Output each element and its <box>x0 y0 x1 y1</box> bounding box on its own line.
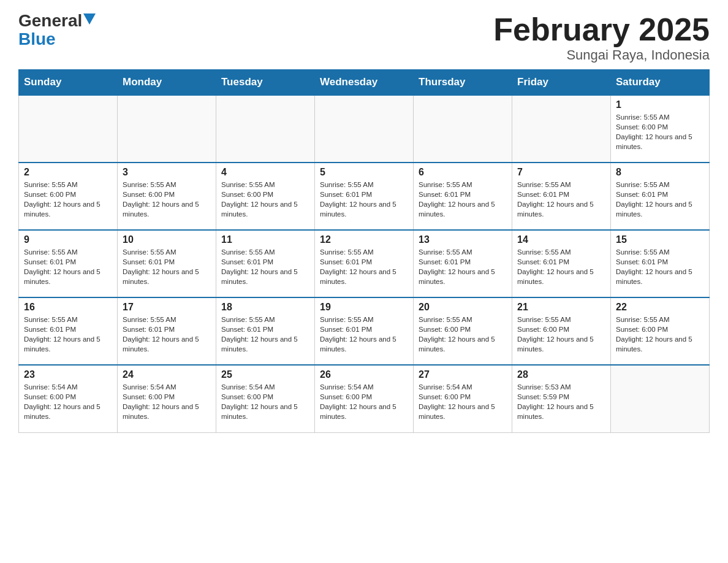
calendar-table: SundayMondayTuesdayWednesdayThursdayFrid… <box>18 69 710 433</box>
day-info: Sunrise: 5:55 AMSunset: 6:00 PMDaylight:… <box>616 315 704 354</box>
day-number: 3 <box>123 167 211 178</box>
day-number: 21 <box>517 302 605 313</box>
day-info: Sunrise: 5:53 AMSunset: 5:59 PMDaylight:… <box>517 382 605 421</box>
day-info: Sunrise: 5:55 AMSunset: 6:01 PMDaylight:… <box>517 247 605 286</box>
day-info: Sunrise: 5:55 AMSunset: 6:00 PMDaylight:… <box>419 315 507 354</box>
calendar-cell: 8Sunrise: 5:55 AMSunset: 6:01 PMDaylight… <box>611 163 710 230</box>
day-number: 22 <box>616 302 704 313</box>
calendar-week-4: 16Sunrise: 5:55 AMSunset: 6:01 PMDayligh… <box>19 297 710 365</box>
day-info: Sunrise: 5:54 AMSunset: 6:00 PMDaylight:… <box>320 382 408 421</box>
calendar-month-year: February 2025 <box>493 12 710 47</box>
page-header: General Blue February 2025 Sungai Raya, … <box>18 12 710 63</box>
day-info: Sunrise: 5:55 AMSunset: 6:01 PMDaylight:… <box>123 315 211 354</box>
day-info: Sunrise: 5:54 AMSunset: 6:00 PMDaylight:… <box>24 382 112 421</box>
day-info: Sunrise: 5:55 AMSunset: 6:00 PMDaylight:… <box>24 180 112 219</box>
calendar-week-3: 9Sunrise: 5:55 AMSunset: 6:01 PMDaylight… <box>19 230 710 297</box>
calendar-cell <box>414 95 512 163</box>
calendar-cell: 15Sunrise: 5:55 AMSunset: 6:01 PMDayligh… <box>611 230 710 297</box>
calendar-cell: 14Sunrise: 5:55 AMSunset: 6:01 PMDayligh… <box>512 230 611 297</box>
day-number: 10 <box>123 234 211 245</box>
header-monday: Monday <box>118 70 216 96</box>
calendar-cell: 28Sunrise: 5:53 AMSunset: 5:59 PMDayligh… <box>512 365 611 432</box>
header-wednesday: Wednesday <box>315 70 414 96</box>
day-number: 13 <box>419 234 507 245</box>
day-number: 24 <box>123 369 211 380</box>
header-thursday: Thursday <box>414 70 512 96</box>
calendar-cell: 19Sunrise: 5:55 AMSunset: 6:01 PMDayligh… <box>315 297 414 365</box>
day-number: 15 <box>616 234 704 245</box>
calendar-cell: 10Sunrise: 5:55 AMSunset: 6:01 PMDayligh… <box>118 230 216 297</box>
header-tuesday: Tuesday <box>216 70 315 96</box>
calendar-cell: 11Sunrise: 5:55 AMSunset: 6:01 PMDayligh… <box>216 230 315 297</box>
day-info: Sunrise: 5:54 AMSunset: 6:00 PMDaylight:… <box>221 382 309 421</box>
header-friday: Friday <box>512 70 611 96</box>
day-info: Sunrise: 5:55 AMSunset: 6:01 PMDaylight:… <box>419 180 507 219</box>
day-info: Sunrise: 5:55 AMSunset: 6:01 PMDaylight:… <box>419 247 507 286</box>
calendar-cell: 27Sunrise: 5:54 AMSunset: 6:00 PMDayligh… <box>414 365 512 432</box>
logo-blue: Blue <box>18 29 56 49</box>
calendar-location: Sungai Raya, Indonesia <box>493 47 710 63</box>
day-info: Sunrise: 5:54 AMSunset: 6:00 PMDaylight:… <box>419 382 507 421</box>
day-number: 19 <box>320 302 408 313</box>
day-number: 6 <box>419 167 507 178</box>
day-number: 18 <box>221 302 309 313</box>
calendar-cell: 25Sunrise: 5:54 AMSunset: 6:00 PMDayligh… <box>216 365 315 432</box>
day-number: 2 <box>24 167 112 178</box>
day-info: Sunrise: 5:55 AMSunset: 6:01 PMDaylight:… <box>221 315 309 354</box>
calendar-cell <box>315 95 414 163</box>
calendar-title-block: February 2025 Sungai Raya, Indonesia <box>493 12 710 63</box>
calendar-cell <box>216 95 315 163</box>
day-info: Sunrise: 5:55 AMSunset: 6:01 PMDaylight:… <box>24 315 112 354</box>
calendar-cell: 22Sunrise: 5:55 AMSunset: 6:00 PMDayligh… <box>611 297 710 365</box>
day-number: 5 <box>320 167 408 178</box>
calendar-cell: 1Sunrise: 5:55 AMSunset: 6:00 PMDaylight… <box>611 95 710 163</box>
svg-marker-0 <box>83 13 96 25</box>
header-sunday: Sunday <box>19 70 118 96</box>
day-number: 4 <box>221 167 309 178</box>
day-info: Sunrise: 5:55 AMSunset: 6:01 PMDaylight:… <box>221 247 309 286</box>
day-info: Sunrise: 5:55 AMSunset: 6:00 PMDaylight:… <box>517 315 605 354</box>
day-info: Sunrise: 5:55 AMSunset: 6:01 PMDaylight:… <box>320 180 408 219</box>
calendar-cell: 6Sunrise: 5:55 AMSunset: 6:01 PMDaylight… <box>414 163 512 230</box>
day-info: Sunrise: 5:55 AMSunset: 6:00 PMDaylight:… <box>221 180 309 219</box>
calendar-cell: 4Sunrise: 5:55 AMSunset: 6:00 PMDaylight… <box>216 163 315 230</box>
day-number: 20 <box>419 302 507 313</box>
day-number: 1 <box>616 99 704 110</box>
day-number: 16 <box>24 302 112 313</box>
calendar-cell: 16Sunrise: 5:55 AMSunset: 6:01 PMDayligh… <box>19 297 118 365</box>
day-number: 28 <box>517 369 605 380</box>
calendar-cell: 3Sunrise: 5:55 AMSunset: 6:00 PMDaylight… <box>118 163 216 230</box>
calendar-cell: 20Sunrise: 5:55 AMSunset: 6:00 PMDayligh… <box>414 297 512 365</box>
day-number: 25 <box>221 369 309 380</box>
day-info: Sunrise: 5:55 AMSunset: 6:00 PMDaylight:… <box>123 180 211 219</box>
calendar-header-row: SundayMondayTuesdayWednesdayThursdayFrid… <box>19 70 710 96</box>
day-number: 23 <box>24 369 112 380</box>
day-number: 27 <box>419 369 507 380</box>
calendar-week-5: 23Sunrise: 5:54 AMSunset: 6:00 PMDayligh… <box>19 365 710 432</box>
day-number: 11 <box>221 234 309 245</box>
logo-arrow-icon <box>83 13 96 26</box>
logo-general: General <box>18 12 82 29</box>
calendar-cell: 24Sunrise: 5:54 AMSunset: 6:00 PMDayligh… <box>118 365 216 432</box>
calendar-cell: 23Sunrise: 5:54 AMSunset: 6:00 PMDayligh… <box>19 365 118 432</box>
day-number: 7 <box>517 167 605 178</box>
day-info: Sunrise: 5:55 AMSunset: 6:01 PMDaylight:… <box>123 247 211 286</box>
day-info: Sunrise: 5:55 AMSunset: 6:00 PMDaylight:… <box>616 112 704 151</box>
calendar-cell: 26Sunrise: 5:54 AMSunset: 6:00 PMDayligh… <box>315 365 414 432</box>
day-info: Sunrise: 5:55 AMSunset: 6:01 PMDaylight:… <box>616 247 704 286</box>
day-info: Sunrise: 5:55 AMSunset: 6:01 PMDaylight:… <box>517 180 605 219</box>
calendar-cell: 9Sunrise: 5:55 AMSunset: 6:01 PMDaylight… <box>19 230 118 297</box>
calendar-cell <box>118 95 216 163</box>
calendar-cell: 12Sunrise: 5:55 AMSunset: 6:01 PMDayligh… <box>315 230 414 297</box>
calendar-cell: 17Sunrise: 5:55 AMSunset: 6:01 PMDayligh… <box>118 297 216 365</box>
calendar-cell: 21Sunrise: 5:55 AMSunset: 6:00 PMDayligh… <box>512 297 611 365</box>
day-info: Sunrise: 5:55 AMSunset: 6:01 PMDaylight:… <box>616 180 704 219</box>
day-info: Sunrise: 5:55 AMSunset: 6:01 PMDaylight:… <box>320 247 408 286</box>
day-info: Sunrise: 5:55 AMSunset: 6:01 PMDaylight:… <box>320 315 408 354</box>
day-info: Sunrise: 5:54 AMSunset: 6:00 PMDaylight:… <box>123 382 211 421</box>
day-number: 8 <box>616 167 704 178</box>
calendar-cell <box>19 95 118 163</box>
day-number: 17 <box>123 302 211 313</box>
day-number: 26 <box>320 369 408 380</box>
logo: General Blue <box>18 12 96 49</box>
